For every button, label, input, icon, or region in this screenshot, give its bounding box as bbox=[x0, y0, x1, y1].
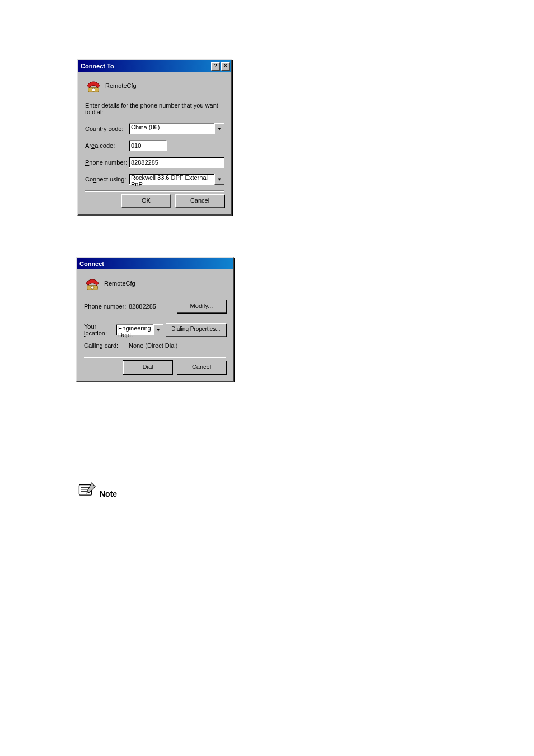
connect-using-value[interactable]: Rockwell 33.6 DPF External PnP bbox=[129, 174, 214, 185]
connect-dialog: Connect RemoteCfg Phone number: 82882285… bbox=[76, 257, 234, 382]
your-location-row: Your location: Engineering Dept. ▼ Diali… bbox=[84, 323, 226, 337]
divider bbox=[67, 540, 467, 540]
ok-button[interactable]: OK bbox=[121, 194, 171, 208]
note-icon bbox=[77, 482, 96, 498]
title-buttons: ? × bbox=[211, 62, 230, 71]
phone-icon bbox=[85, 77, 102, 94]
titlebar: Connect To ? × bbox=[78, 60, 231, 72]
country-code-row: Country code: China (86) ▼ bbox=[85, 123, 224, 134]
connection-name: RemoteCfg bbox=[105, 82, 137, 89]
phone-number-label: Phone number: bbox=[85, 159, 129, 166]
cancel-button[interactable]: Cancel bbox=[177, 361, 226, 374]
dialog-body: RemoteCfg Phone number: 82882285 Modify.… bbox=[77, 269, 233, 381]
connect-using-label: Connect using: bbox=[85, 176, 129, 183]
connect-using-combo[interactable]: Rockwell 33.6 DPF External PnP ▼ bbox=[129, 174, 224, 185]
area-code-input[interactable] bbox=[129, 140, 167, 151]
help-icon[interactable]: ? bbox=[211, 62, 220, 71]
phone-number-value: 82882285 bbox=[129, 303, 177, 310]
note-label: Note bbox=[100, 489, 117, 498]
close-icon[interactable]: × bbox=[221, 62, 230, 71]
instruction-text: Enter details for the phone number that … bbox=[85, 102, 224, 115]
country-code-combo[interactable]: China (86) ▼ bbox=[129, 123, 224, 134]
chevron-down-icon[interactable]: ▼ bbox=[214, 123, 224, 134]
phone-number-row: Phone number: 82882285 Modify... bbox=[84, 300, 226, 313]
svg-point-3 bbox=[91, 286, 94, 290]
chevron-down-icon[interactable]: ▼ bbox=[214, 174, 224, 185]
your-location-value[interactable]: Engineering Dept. bbox=[116, 324, 153, 335]
area-code-row: Area code: bbox=[85, 140, 224, 151]
phone-number-row: Phone number: bbox=[85, 157, 224, 168]
dialing-properties-button[interactable]: Dialing Properties... bbox=[166, 323, 226, 337]
your-location-label: Your location: bbox=[84, 323, 116, 337]
connect-using-row: Connect using: Rockwell 33.6 DPF Externa… bbox=[85, 174, 224, 185]
dialog-body: RemoteCfg Enter details for the phone nu… bbox=[78, 72, 231, 214]
cancel-button[interactable]: Cancel bbox=[175, 194, 224, 208]
header-row: RemoteCfg bbox=[84, 275, 226, 292]
chevron-down-icon[interactable]: ▼ bbox=[153, 324, 163, 335]
header-row: RemoteCfg bbox=[85, 77, 224, 94]
phone-icon bbox=[84, 275, 101, 292]
country-code-label: Country code: bbox=[85, 125, 129, 132]
calling-card-row: Calling card: None (Direct Dial) bbox=[84, 342, 226, 349]
phone-number-input[interactable] bbox=[129, 157, 224, 168]
phone-number-label: Phone number: bbox=[84, 303, 129, 310]
divider bbox=[67, 463, 467, 463]
dialog-title: Connect bbox=[79, 260, 232, 267]
button-row: Dial Cancel bbox=[84, 357, 226, 374]
note-row: Note bbox=[77, 482, 117, 498]
connection-name: RemoteCfg bbox=[104, 280, 135, 287]
country-code-value[interactable]: China (86) bbox=[129, 123, 214, 134]
your-location-combo[interactable]: Engineering Dept. ▼ bbox=[116, 324, 163, 335]
area-code-label: Area code: bbox=[85, 142, 129, 149]
titlebar: Connect bbox=[77, 258, 233, 269]
dialog-title: Connect To bbox=[81, 63, 211, 69]
dial-button[interactable]: Dial bbox=[123, 361, 172, 374]
button-row: OK Cancel bbox=[85, 190, 224, 208]
calling-card-label: Calling card: bbox=[84, 342, 129, 349]
svg-point-1 bbox=[92, 88, 95, 92]
calling-card-value: None (Direct Dial) bbox=[129, 342, 177, 349]
modify-button[interactable]: Modify... bbox=[177, 300, 226, 313]
connect-to-dialog: Connect To ? × RemoteCfg Enter details f… bbox=[77, 59, 232, 216]
